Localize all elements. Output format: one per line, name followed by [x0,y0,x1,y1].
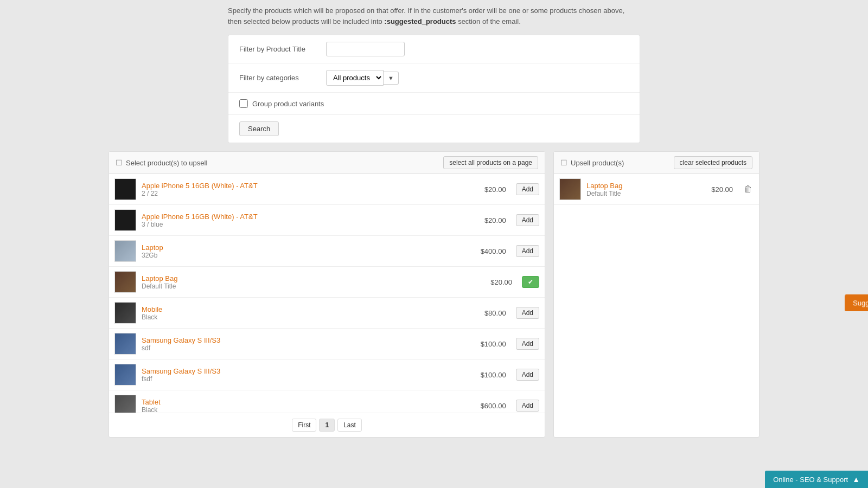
online-support-label: Online - SEO & Support [773,476,848,484]
add-product-button[interactable]: Add [516,245,539,257]
suggest-feature-tab[interactable]: Suggest New Feature [845,294,868,311]
select-all-button[interactable]: select all products on a page [443,156,538,169]
product-thumbnail [114,271,136,293]
product-variant: 3 / blue [142,221,468,228]
filter-panel: Filter by Product Title Filter by catego… [228,35,640,143]
product-price: $100.00 [474,340,506,348]
select-products-title-text: Select product(s) to upsell [126,159,207,167]
product-variant: Black [142,406,468,413]
product-info: Apple iPhone 5 16GB (White) - AT&T 2 / 2… [142,182,468,197]
group-variants-label: Group product variants [252,100,324,108]
description-text: Specify the products which will be propo… [228,5,640,27]
select-products-icon: ☐ [116,158,123,167]
product-name: Apple iPhone 5 16GB (White) - AT&T [142,213,468,221]
filter-by-categories-row: Filter by categories All products ▼ [228,63,640,93]
product-price: $100.00 [474,371,506,379]
product-price: $20.00 [474,185,506,194]
upsell-title-text: Upsell product(s) [571,159,624,167]
pagination: First 1 Last [109,413,545,437]
product-info: Samsung Galaxy S III/S3 fsdf [142,367,468,383]
upsell-product-name: Laptop Bag [586,182,695,190]
add-product-button[interactable]: Add [516,214,539,226]
product-info: Laptop 32Gb [142,243,468,259]
product-list: Apple iPhone 5 16GB (White) - AT&T 2 / 2… [109,174,545,413]
filter-categories-select[interactable]: All products [326,70,384,86]
pagination-current[interactable]: 1 [319,419,335,432]
product-name: Samsung Galaxy S III/S3 [142,367,468,375]
table-row: Samsung Galaxy S III/S3 fsdf $100.00 Add [109,359,545,390]
upsell-product-variant: Default Title [586,190,695,197]
clear-selected-button[interactable]: clear selected products [674,156,752,169]
upsell-product-list: Laptop Bag Default Title $20.00 🗑 [554,174,759,205]
upsell-header: ☐ Upsell product(s) clear selected produ… [554,152,759,174]
upsell-product-info: Laptop Bag Default Title [586,182,695,197]
table-row: Tablet Black $600.00 Add [109,390,545,413]
table-row: Samsung Galaxy S III/S3 sdf $100.00 Add [109,329,545,359]
product-variant: Default Title [142,282,474,290]
product-info: Samsung Galaxy S III/S3 sdf [142,336,468,352]
group-variants-checkbox[interactable] [239,99,248,108]
add-product-button[interactable]: ✔ [522,276,539,288]
product-thumbnail [114,395,136,413]
upsell-title: ☐ Upsell product(s) [560,158,624,167]
upsell-product-price: $20.00 [700,185,733,194]
product-name: Laptop Bag [142,274,474,282]
product-name: Mobile [142,305,468,313]
filter-title-input[interactable] [326,42,405,56]
product-info: Tablet Black [142,398,468,413]
upsell-panel: ☐ Upsell product(s) clear selected produ… [553,151,760,438]
table-row: Apple iPhone 5 16GB (White) - AT&T 2 / 2… [109,174,545,205]
upsell-icon: ☐ [560,158,567,167]
product-thumbnail [114,209,136,231]
product-name: Tablet [142,398,468,406]
product-thumbnail [114,178,136,200]
filter-title-label: Filter by Product Title [239,45,326,53]
add-product-button[interactable]: Add [516,183,539,195]
product-name: Laptop [142,243,468,252]
product-name: Apple iPhone 5 16GB (White) - AT&T [142,182,468,190]
filter-categories-label: Filter by categories [239,74,326,82]
product-info: Laptop Bag Default Title [142,274,474,290]
add-product-button[interactable]: Add [516,400,539,412]
product-thumbnail [114,302,136,324]
product-info: Apple iPhone 5 16GB (White) - AT&T 3 / b… [142,213,468,228]
product-thumbnail [114,240,136,262]
search-button[interactable]: Search [239,121,279,136]
add-product-button[interactable]: Add [516,307,539,319]
table-row: Apple iPhone 5 16GB (White) - AT&T 3 / b… [109,205,545,236]
filter-by-title-row: Filter by Product Title [228,35,640,63]
product-price: $80.00 [474,309,506,317]
table-row: Laptop 32Gb $400.00 Add [109,236,545,267]
product-variant: fsdf [142,375,468,383]
product-name: Samsung Galaxy S III/S3 [142,336,468,344]
add-product-button[interactable]: Add [516,338,539,350]
upsell-item: Laptop Bag Default Title $20.00 🗑 [554,174,759,205]
table-row: Laptop Bag Default Title $20.00 ✔ [109,267,545,298]
product-price: $600.00 [474,402,506,410]
product-variant: 2 / 22 [142,190,468,197]
product-info: Mobile Black [142,305,468,321]
product-price: $400.00 [474,247,506,255]
categories-dropdown-arrow[interactable]: ▼ [384,72,399,85]
select-products-title: ☐ Select product(s) to upsell [116,158,207,167]
pagination-first[interactable]: First [292,419,316,432]
group-variants-row: Group product variants [228,93,640,115]
product-price: $20.00 [474,216,506,224]
online-support-bar[interactable]: Online - SEO & Support ▲ [765,471,868,488]
add-product-button[interactable]: Add [516,369,539,381]
expand-icon: ▲ [852,475,860,484]
select-products-panel: ☐ Select product(s) to upsell select all… [108,151,545,438]
table-row: Mobile Black $80.00 Add [109,298,545,329]
delete-upsell-button[interactable]: 🗑 [743,183,754,195]
product-variant: 32Gb [142,252,468,259]
select-products-header: ☐ Select product(s) to upsell select all… [109,152,545,174]
product-thumbnail [114,364,136,386]
upsell-product-thumbnail [559,178,581,200]
search-row: Search [228,115,640,143]
product-variant: Black [142,313,468,321]
product-thumbnail [114,333,136,355]
product-variant: sdf [142,344,468,352]
product-price: $20.00 [480,278,512,286]
filter-categories-select-wrapper: All products ▼ [326,70,399,86]
pagination-last[interactable]: Last [337,419,362,432]
